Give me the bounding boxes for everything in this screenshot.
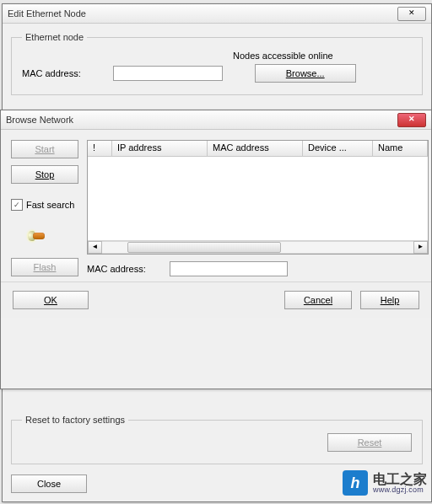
col-bang[interactable]: ! [88,141,112,156]
scroll-right-icon[interactable]: ► [413,241,428,254]
list-columns: ! IP address MAC address Device ... Name [88,141,428,157]
browse-title: Browse Network [6,110,73,129]
start-button[interactable]: Start [11,140,78,158]
mac-address-input[interactable] [113,66,223,81]
stop-button[interactable]: Stop [11,165,78,184]
ok-button[interactable]: OK [13,291,89,309]
scroll-thumb[interactable] [127,242,281,253]
browse-main-col: ! IP address MAC address Device ... Name… [87,140,429,276]
watermark-text-cn: 电工之家 [373,473,427,486]
edit-title: Edit Ethernet Node [8,4,86,23]
browse-mac-label: MAC address: [87,264,146,274]
col-ip[interactable]: IP address [112,141,208,156]
flash-button[interactable]: Flash [11,258,78,276]
scroll-left-icon[interactable]: ◄ [88,241,102,254]
flashlight-icon [28,229,48,244]
close-button[interactable]: Close [11,475,87,493]
browse-titlebar: Browse Network ✕ [1,110,431,130]
col-mac[interactable]: MAC address [208,141,303,156]
fast-search-check-icon: ✓ [11,199,23,211]
cancel-button[interactable]: Cancel [284,291,352,309]
browse-mac-row: MAC address: [87,261,429,276]
edit-titlebar: Edit Ethernet Node ✕ [3,4,431,24]
browse-button[interactable]: Browse... [255,64,356,83]
edit-close-button[interactable]: ✕ [397,7,426,21]
browse-dialog-buttons: OK Cancel Help [1,281,431,318]
col-device[interactable]: Device ... [303,141,373,156]
ethernet-node-legend: Ethernet node [22,32,87,42]
nodes-accessible-label: Nodes accessible online [233,51,412,61]
reset-button[interactable]: Reset [327,433,412,452]
watermark-url: www.dgzj.com [373,486,427,494]
mac-row: MAC address: Browse... [22,64,412,83]
reset-group: Reset to factory settings Reset [11,415,423,464]
col-name[interactable]: Name [373,141,428,156]
help-button[interactable]: Help [360,291,419,309]
fast-search-checkbox[interactable]: ✓ Fast search [11,199,78,211]
edit-body: Ethernet node Nodes accessible online MA… [3,24,431,114]
browse-body: Start Stop ✓ Fast search Flash ! IP addr… [1,130,431,281]
watermark: h 电工之家 www.dgzj.com [343,470,427,496]
reset-legend: Reset to factory settings [22,415,128,425]
ethernet-node-group: Ethernet node Nodes accessible online MA… [11,32,423,95]
scroll-track[interactable] [102,241,413,254]
browse-side-col: Start Stop ✓ Fast search Flash [11,140,78,276]
horizontal-scrollbar[interactable]: ◄ ► [88,240,428,254]
browse-mac-input[interactable] [170,261,288,276]
browse-network-window: Browse Network ✕ Start Stop ✓ Fast searc… [0,110,432,389]
mac-address-label: MAC address: [22,68,81,78]
fast-search-label: Fast search [26,200,74,210]
watermark-logo-icon: h [343,470,368,496]
browse-close-button[interactable]: ✕ [397,113,426,127]
device-listbox[interactable]: ! IP address MAC address Device ... Name… [87,140,429,255]
